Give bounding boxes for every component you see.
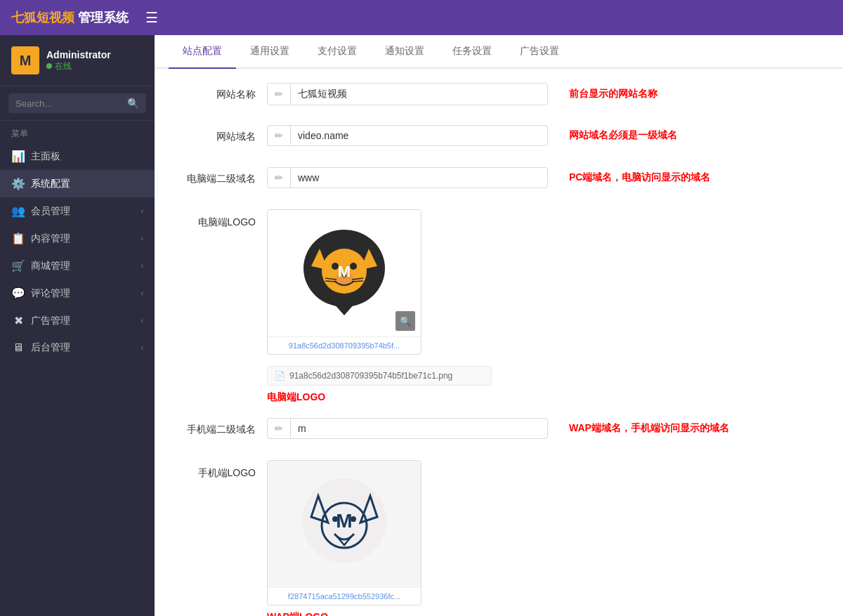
- svg-text:M: M: [338, 263, 351, 280]
- search-icon: 🔍: [127, 98, 139, 109]
- pc-subdomain-hint: PC端域名，电脑访问显示的域名: [569, 171, 710, 184]
- pc-logo-container: M 🔍 91a8c56d2d308709395b74: [267, 209, 422, 355]
- edit-website-name-button[interactable]: ✏: [268, 84, 291, 104]
- ads-icon: ✖: [11, 314, 25, 327]
- shop-icon: 🛒: [11, 259, 25, 273]
- form-row-mobile-logo: 手机端LOGO: [183, 460, 815, 616]
- svg-point-8: [350, 263, 357, 270]
- brand-accent: 七狐短视频: [11, 11, 74, 25]
- backend-icon: 🖥: [11, 341, 25, 354]
- members-icon: 👥: [11, 204, 25, 218]
- dashboard-icon: 📊: [11, 150, 25, 163]
- sidebar-item-dashboard[interactable]: 📊 主面板: [0, 143, 155, 170]
- field-pc-subdomain: ✏ www PC端域名，电脑访问显示的域名: [267, 167, 815, 188]
- content-icon: 📋: [11, 232, 25, 245]
- user-status: 在线: [46, 60, 111, 72]
- mobile-logo-filename: f2874715aca51299cb552936fc...: [268, 587, 421, 605]
- form-row-website-name: 网站名称 ✏ 七狐短视频 前台显示的网站名称: [183, 83, 815, 111]
- pc-logo-full-filename: 91a8c56d2d308709395b74b5f1be71c1.png: [289, 371, 452, 381]
- svg-text:M: M: [336, 510, 352, 532]
- comments-icon: 💬: [11, 287, 25, 300]
- sidebar-item-backend[interactable]: 🖥 后台管理 ‹: [0, 334, 155, 361]
- label-pc-subdomain: 电脑端二级域名: [183, 167, 267, 185]
- sidebar-item-content[interactable]: 📋 内容管理 ‹: [0, 225, 155, 252]
- tabs-bar: 站点配置 通用设置 支付设置 通知设置 任务设置 广告设置: [155, 35, 843, 69]
- svg-marker-1: [334, 303, 355, 315]
- tab-payment-settings[interactable]: 支付设置: [303, 35, 371, 69]
- user-section: M Administrator 在线: [0, 35, 155, 86]
- zoom-pc-logo-button[interactable]: 🔍: [396, 311, 415, 331]
- sidebar-item-shop[interactable]: 🛒 商城管理 ‹: [0, 252, 155, 280]
- search-box: 🔍: [8, 93, 146, 113]
- brand-suffix: 管理系统: [78, 11, 129, 25]
- avatar: M: [11, 46, 39, 74]
- file-icon: 📄: [275, 371, 285, 381]
- edit-pc-subdomain-button[interactable]: ✏: [268, 168, 291, 188]
- chevron-right-icon: ‹: [141, 262, 143, 270]
- website-name-value: 七狐短视频: [291, 84, 547, 105]
- website-name-hint: 前台显示的网站名称: [569, 88, 658, 100]
- tab-task-settings[interactable]: 任务设置: [438, 35, 506, 69]
- mobile-logo-container: M f2874715aca51299cb552936fc...: [267, 460, 422, 605]
- domain-hint: 网站域名必须是一级域名: [569, 129, 677, 142]
- sidebar-item-sysconfig[interactable]: ⚙️ 系统配置: [0, 170, 155, 197]
- field-pc-logo: M 🔍 91a8c56d2d308709395b74: [267, 209, 815, 404]
- pc-logo-file-indicator: 📄 91a8c56d2d308709395b74b5f1be71c1.png: [267, 366, 492, 386]
- search-input[interactable]: [15, 98, 127, 109]
- pc-logo-filename: 91a8c56d2d308709395b74b5f...: [268, 336, 421, 354]
- user-name: Administrator: [46, 49, 111, 60]
- label-mobile-logo: 手机端LOGO: [183, 460, 267, 480]
- sidebar-item-ads[interactable]: ✖ 广告管理 ‹: [0, 307, 155, 334]
- sidebar-item-members[interactable]: 👥 会员管理 ‹: [0, 197, 155, 225]
- tab-ad-settings[interactable]: 广告设置: [506, 35, 573, 69]
- label-pc-logo: 电脑端LOGO: [183, 209, 267, 229]
- pc-logo-preview: M 🔍: [268, 210, 421, 336]
- mobile-logo-image: M: [299, 475, 390, 573]
- edit-domain-button[interactable]: ✏: [268, 126, 291, 145]
- form-row-pc-subdomain: 电脑端二级域名 ✏ www PC端域名，电脑访问显示的域名: [183, 167, 815, 195]
- chevron-right-icon: ‹: [141, 235, 143, 242]
- form-row-domain: 网站域名 ✏ video.name 网站域名必须是一级域名: [183, 125, 815, 153]
- domain-value: video.name: [291, 126, 547, 145]
- svg-point-16: [351, 516, 356, 522]
- menu-label: 菜单: [0, 121, 155, 143]
- search-section: 🔍: [0, 86, 155, 121]
- field-website-name: ✏ 七狐短视频 前台显示的网站名称: [267, 83, 815, 105]
- sidebar-item-comments[interactable]: 💬 评论管理 ‹: [0, 280, 155, 307]
- brand-title: 七狐短视频 管理系统: [11, 9, 129, 26]
- user-info: Administrator 在线: [46, 49, 111, 72]
- content-area: 站点配置 通用设置 支付设置 通知设置 任务设置 广告设置 网站名称 ✏ 七狐短…: [155, 35, 843, 616]
- form-row-mobile-subdomain: 手机端二级域名 ✏ m WAP端域名，手机端访问显示的域名: [183, 418, 815, 446]
- sidebar-item-label: 系统配置: [31, 178, 70, 190]
- chevron-right-icon: ‹: [141, 207, 143, 215]
- sidebar: M Administrator 在线 🔍 菜单 📊 主面板: [0, 35, 155, 616]
- form-row-pc-logo: 电脑端LOGO: [183, 209, 815, 404]
- sidebar-item-label: 商城管理: [31, 260, 70, 273]
- mobile-logo-hint: WAP端LOGO: [267, 611, 328, 616]
- chevron-right-icon: ‹: [141, 289, 143, 297]
- sidebar-item-label: 评论管理: [31, 287, 70, 300]
- pc-logo-image: M: [299, 228, 390, 319]
- field-domain: ✏ video.name 网站域名必须是一级域名: [267, 125, 815, 146]
- form-content: 网站名称 ✏ 七狐短视频 前台显示的网站名称 网站域名 ✏ video.name: [155, 69, 843, 616]
- sidebar-item-label: 广告管理: [31, 315, 70, 327]
- sysconfig-icon: ⚙️: [11, 177, 25, 190]
- tab-site-config[interactable]: 站点配置: [169, 35, 236, 69]
- chevron-right-icon: ‹: [141, 344, 143, 352]
- tab-notification-settings[interactable]: 通知设置: [371, 35, 438, 69]
- hamburger-button[interactable]: ☰: [145, 9, 158, 26]
- sidebar-item-label: 会员管理: [31, 205, 70, 218]
- tab-general-settings[interactable]: 通用设置: [236, 35, 303, 69]
- pc-subdomain-value: www: [291, 168, 547, 188]
- chevron-right-icon: ‹: [141, 317, 143, 325]
- svg-point-15: [332, 516, 338, 522]
- edit-mobile-subdomain-button[interactable]: ✏: [268, 419, 291, 438]
- label-website-name: 网站名称: [183, 83, 267, 101]
- pc-logo-hint: 电脑端LOGO: [267, 391, 325, 404]
- mobile-subdomain-value: m: [291, 419, 547, 438]
- domain-input-group: ✏ video.name: [267, 125, 548, 146]
- website-name-input-group: ✏ 七狐短视频: [267, 83, 548, 105]
- mobile-subdomain-hint: WAP端域名，手机端访问显示的域名: [569, 422, 729, 435]
- mobile-logo-preview: M: [268, 461, 421, 587]
- sidebar-item-label: 后台管理: [31, 341, 70, 354]
